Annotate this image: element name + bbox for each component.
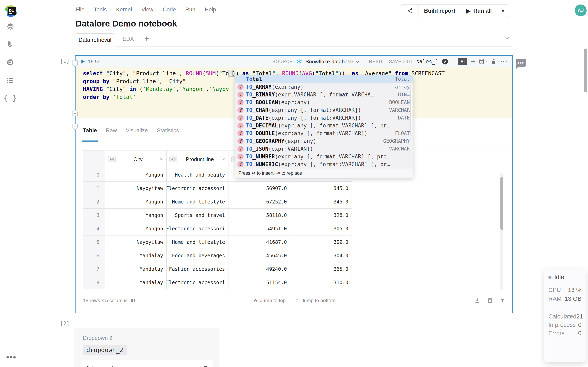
delete-cell-icon[interactable] <box>491 58 497 65</box>
jump-to-bottom-link[interactable]: Jump to bottom <box>295 298 335 303</box>
column-menu-icon[interactable] <box>222 157 225 161</box>
suggestion-type: GEOGRAPHY <box>383 138 410 144</box>
filter-icon[interactable] <box>500 298 506 303</box>
source-chevron-icon[interactable] <box>356 59 359 63</box>
row-index: 5 <box>83 235 105 249</box>
comment-icon[interactable]: ••• <box>516 59 526 67</box>
run-options-button[interactable]: ▾ <box>497 5 509 17</box>
row-index: 0 <box>83 168 105 182</box>
result-saved-label: RESULT SAVED TO <box>369 59 413 64</box>
variables-icon[interactable]: { } <box>6 93 15 102</box>
column-menu-icon[interactable] <box>160 157 163 161</box>
table-row[interactable]: 7MandalayFashion accessories49240.0265.0 <box>83 262 352 276</box>
table-cell: 41687.0 <box>228 235 290 249</box>
table-cell: 345.0 <box>290 182 352 195</box>
autocomplete-item[interactable]: fTO_DOUBLE(expr:any [, format:VARCHAR])F… <box>235 129 413 137</box>
table-cell: 345.0 <box>290 195 352 209</box>
column-header-city[interactable]: AbCity <box>105 150 167 168</box>
table-cell: Yangon <box>105 195 167 209</box>
output-tab-table[interactable]: Table <box>83 127 97 137</box>
build-report-label: Build report <box>424 8 455 14</box>
suggestion-type: VARCHAR <box>389 107 410 113</box>
table-row[interactable]: 8MandalayElectronic accessori51154.0310.… <box>83 276 352 289</box>
output-tab-raw[interactable]: Raw <box>106 127 117 137</box>
notebook-cell-2[interactable]: Dropdown 2 dropdown_2 Select a value ▼ <box>74 328 219 367</box>
table-cell: 54951.0 <box>228 222 290 235</box>
result-table-name[interactable]: sales_1 <box>416 58 439 65</box>
export-icon[interactable] <box>475 298 480 303</box>
menu-item-view[interactable]: View <box>141 7 153 13</box>
table-row[interactable]: 3YangonSports and travel58118.0328.0 <box>83 209 352 222</box>
output-tab-visualize[interactable]: Visualize <box>126 127 148 137</box>
table-scrollbar-thumb[interactable] <box>501 177 503 230</box>
environment-icon[interactable] <box>6 58 15 67</box>
table-row[interactable]: 4YangonElectronic accessori54951.0305.0 <box>83 222 352 235</box>
column-header-product-line[interactable]: AbProduct line <box>167 150 228 168</box>
autocomplete-item[interactable]: fTO_ARRAY(expr:any)array <box>235 83 413 91</box>
type-badge: Ab <box>169 156 177 162</box>
menu-item-run[interactable]: Run <box>185 7 195 13</box>
menu-item-file[interactable]: File <box>76 7 85 13</box>
attached-data-icon[interactable] <box>6 40 15 49</box>
ai-assistant-button[interactable]: AI <box>458 58 467 65</box>
dropdown-title: Dropdown 2 <box>83 335 112 341</box>
layers-icon[interactable] <box>6 22 15 31</box>
build-report-button[interactable]: Build report <box>419 5 461 17</box>
row-index: 8 <box>83 276 105 289</box>
table-row[interactable]: 1NaypyitawElectronic accessori56907.0345… <box>83 182 352 195</box>
table-cell: 45645.0 <box>228 249 290 262</box>
autocomplete-item[interactable]: fTO_JSON(expr:VARIANT)VARCHAR <box>235 145 413 153</box>
autocomplete-scrollbar[interactable] <box>410 84 412 136</box>
database-stack-icon[interactable] <box>479 58 487 65</box>
table-cell: 309.0 <box>290 235 352 249</box>
menu-item-code[interactable]: Code <box>163 7 176 13</box>
outline-icon[interactable] <box>6 76 15 85</box>
table-row[interactable]: 2YangonHome and lifestyle67252.0345.0 <box>83 195 352 209</box>
calculated-label: Calculated <box>548 313 576 320</box>
autocomplete-item[interactable]: fTO_NUMBER(expr:any [, format:VARCHAR] [… <box>235 153 413 160</box>
tab-eda[interactable]: EDA <box>122 36 134 42</box>
autocomplete-item[interactable]: TotalTotal <box>235 75 413 83</box>
autocomplete-item[interactable]: fTO_BOOLEAN(expr:any)BOOLEAN <box>235 99 413 106</box>
collapse-header-icon[interactable] <box>506 36 508 40</box>
menu-item-kernel[interactable]: Kernel <box>116 7 132 13</box>
share-button[interactable] <box>401 5 419 17</box>
table-row[interactable]: 5NaypyitawHome and lifestyle41687.0309.0 <box>83 235 352 249</box>
menu-item-tools[interactable]: Tools <box>94 7 107 13</box>
left-sidebar: DL <box>0 0 20 367</box>
menu-item-help[interactable]: Help <box>205 7 216 13</box>
output-tab-statistics[interactable]: Statistics <box>157 127 179 137</box>
autocomplete-item[interactable]: fTO_DECIMAL(expr:any [, format:VARCHAR] … <box>235 122 413 129</box>
datalore-logo[interactable]: DL <box>4 4 17 17</box>
run-all-button[interactable]: ▶ Run all <box>461 5 497 17</box>
autocomplete-item[interactable]: fTO_GEOGRAPHY(expr:any)GEOGRAPHY <box>235 137 413 145</box>
collapse-code-handle[interactable] <box>72 60 78 67</box>
source-selector[interactable]: Snowflake database <box>305 58 353 65</box>
page-scrollbar-thumb[interactable] <box>584 49 587 92</box>
column-label: City <box>116 156 160 162</box>
add-tab-button[interactable]: + <box>145 34 149 43</box>
run-cell-button[interactable] <box>80 59 85 64</box>
tab-data-retrieval[interactable]: Data retrieval <box>75 33 115 47</box>
avatar[interactable]: AJ <box>575 4 587 16</box>
table-cell: Health and beauty <box>167 168 228 182</box>
columns-icon[interactable] <box>130 298 135 303</box>
cell-more-icon[interactable]: ⋯ <box>500 57 508 66</box>
table-row[interactable]: 6MandalayFood and beverages45645.0304.0 <box>83 249 352 262</box>
page-title: Datalore Demo notebook <box>76 19 177 29</box>
collapse-code-bottom-handle[interactable] <box>72 109 78 116</box>
autocomplete-item[interactable]: fTO_BINARY(expr:VARCHAR [, format:VARCHA… <box>235 91 413 99</box>
autocomplete-item[interactable]: fTO_DATE(expr:any [, format:VARCHAR])DAT… <box>235 114 413 122</box>
table-scrollbar-track <box>501 173 503 290</box>
save-result-icon[interactable] <box>487 298 493 303</box>
collapse-output-handle[interactable] <box>72 124 78 131</box>
add-cell-icon[interactable]: + <box>470 57 476 67</box>
dropdown-select[interactable]: Select a value ▼ <box>81 360 213 367</box>
edit-result-icon[interactable] <box>442 58 449 65</box>
jump-to-top-link[interactable]: Jump to top <box>253 298 286 303</box>
source-label: SOURCE <box>272 59 293 64</box>
table-cell: 328.0 <box>290 209 352 222</box>
autocomplete-item[interactable]: fTO_NUMERIC(expr:any [, format:VARCHAR] … <box>235 160 413 168</box>
autocomplete-item[interactable]: fTO_CHAR(expr:any [, format:VARCHAR])VAR… <box>235 106 413 114</box>
more-icon[interactable]: ••• <box>6 352 16 362</box>
